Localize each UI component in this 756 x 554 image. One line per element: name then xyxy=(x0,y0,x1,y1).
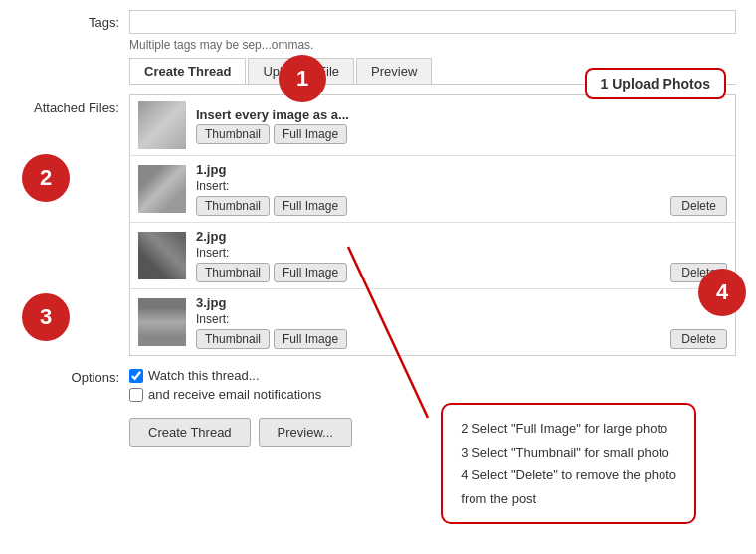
thumb-2 xyxy=(138,232,186,279)
badge-3: 3 xyxy=(22,293,70,341)
thumb-1 xyxy=(138,165,186,213)
badge-4: 4 xyxy=(698,269,746,316)
tab-preview[interactable]: Preview xyxy=(356,58,432,84)
file-row-all: Insert every image as a... Thumbnail Ful… xyxy=(130,95,735,156)
file-info-1: 1.jpg Insert: Thumbnail Full Image xyxy=(196,162,670,216)
annotation-box: 2 Select "Full Image" for large photo 3 … xyxy=(441,403,696,524)
insert-label-2: Insert: xyxy=(196,246,670,260)
insert-thumbnail-1[interactable]: Thumbnail xyxy=(196,196,270,216)
insert-label-3: Insert: xyxy=(196,312,670,326)
btn-group-1: Thumbnail Full Image xyxy=(196,196,670,216)
thumb-3 xyxy=(138,298,186,346)
insert-thumbnail-all[interactable]: Thumbnail xyxy=(196,124,270,144)
email-notifications-option[interactable]: and receive email notifications xyxy=(129,387,321,402)
create-thread-btn[interactable]: Create Thread xyxy=(129,418,251,447)
insert-full-1[interactable]: Full Image xyxy=(274,196,347,216)
options-row: Options: Watch this thread... and receiv… xyxy=(20,368,736,402)
delete-btn-3[interactable]: Delete xyxy=(670,329,727,349)
file-info-3: 3.jpg Insert: Thumbnail Full Image xyxy=(196,295,670,349)
insert-thumbnail-2[interactable]: Thumbnail xyxy=(196,263,270,282)
options-content: Watch this thread... and receive email n… xyxy=(129,368,321,402)
tags-label: Tags: xyxy=(20,15,129,30)
file-all-name: Insert every image as a... xyxy=(196,107,727,122)
insert-full-3[interactable]: Full Image xyxy=(274,329,347,349)
insert-label-1: Insert: xyxy=(196,179,670,193)
insert-full-all[interactable]: Full Image xyxy=(274,124,347,144)
options-label: Options: xyxy=(20,368,129,385)
tags-hint: Multiple tags may be sep...ommas. xyxy=(129,38,736,52)
file-row-2: 2.jpg Insert: Thumbnail Full Image Delet… xyxy=(130,223,735,289)
delete-btn-1[interactable]: Delete xyxy=(670,196,727,216)
tags-input[interactable] xyxy=(129,10,736,34)
preview-btn[interactable]: Preview... xyxy=(259,418,352,447)
upload-photos-callout: 1 Upload Photos xyxy=(585,68,726,99)
file-row-3: 3.jpg Insert: Thumbnail Full Image Delet… xyxy=(130,289,735,355)
file-info-all: Insert every image as a... Thumbnail Ful… xyxy=(196,107,727,144)
annotation-line2: 3 Select "Thumbnail" for small photo xyxy=(461,441,676,463)
attached-section: Attached Files: Insert every image as a.… xyxy=(20,94,736,356)
badge-1: 1 xyxy=(279,55,326,102)
annotation-line3: 4 Select "Delete" to remove the photo xyxy=(461,463,676,486)
insert-full-2[interactable]: Full Image xyxy=(274,263,347,282)
annotation-line3b: from the post xyxy=(461,487,676,510)
btn-group-all: Thumbnail Full Image xyxy=(196,124,727,144)
file-3-name: 3.jpg xyxy=(196,295,670,310)
file-1-name: 1.jpg xyxy=(196,162,670,177)
watch-thread-label: Watch this thread... xyxy=(148,368,260,383)
watch-thread-checkbox[interactable] xyxy=(129,369,143,383)
tab-create-thread[interactable]: Create Thread xyxy=(129,58,246,84)
email-notifications-label: and receive email notifications xyxy=(148,387,321,402)
insert-thumbnail-3[interactable]: Thumbnail xyxy=(196,329,270,349)
badge-2: 2 xyxy=(22,154,70,202)
email-notifications-checkbox[interactable] xyxy=(129,388,143,402)
btn-group-2: Thumbnail Full Image xyxy=(196,263,670,282)
thumb-all xyxy=(138,101,186,149)
btn-group-3: Thumbnail Full Image xyxy=(196,329,670,349)
files-container: Insert every image as a... Thumbnail Ful… xyxy=(129,94,736,356)
watch-thread-option[interactable]: Watch this thread... xyxy=(129,368,321,383)
annotation-line1: 2 Select "Full Image" for large photo xyxy=(461,417,676,440)
tags-row: Tags: xyxy=(20,10,736,34)
file-info-2: 2.jpg Insert: Thumbnail Full Image xyxy=(196,229,670,282)
file-2-name: 2.jpg xyxy=(196,229,670,244)
file-row-1: 1.jpg Insert: Thumbnail Full Image Delet… xyxy=(130,156,735,223)
